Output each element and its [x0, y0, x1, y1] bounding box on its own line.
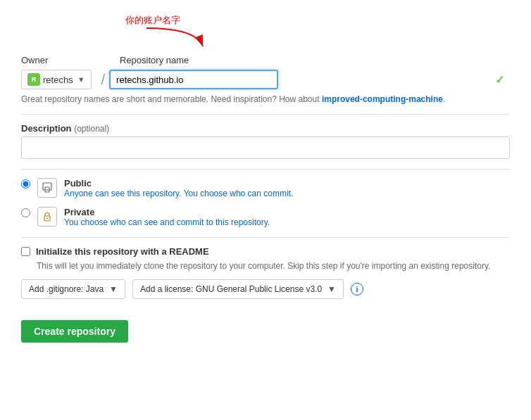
- description-optional: (optional): [74, 124, 109, 134]
- public-desc: Anyone can see this repository. You choo…: [64, 189, 293, 198]
- slash-separator: /: [97, 70, 110, 89]
- create-repository-button[interactable]: Create repository: [21, 320, 128, 343]
- suggestion-link[interactable]: improved-computing-machine: [322, 94, 443, 104]
- valid-check-icon: ✓: [495, 73, 504, 87]
- svg-rect-1: [43, 183, 51, 190]
- private-label[interactable]: Private: [64, 207, 270, 217]
- gitignore-caret: ▼: [109, 284, 118, 294]
- license-caret: ▼: [327, 284, 336, 294]
- divider-2: [21, 169, 510, 170]
- divider-3: [21, 237, 510, 238]
- divider-1: [21, 114, 510, 115]
- owner-label: Owner: [21, 55, 100, 65]
- init-desc: This will let you immediately clone the …: [37, 261, 510, 271]
- dropdown-caret: ▼: [77, 75, 85, 84]
- private-radio[interactable]: [21, 208, 30, 217]
- annotation-text: 你的账户名字: [125, 15, 180, 25]
- init-checkbox[interactable]: [21, 247, 30, 256]
- repo-name-input[interactable]: [109, 70, 278, 89]
- license-label: Add a license: GNU General Public Licens…: [140, 284, 322, 294]
- repo-name-label: Repository name: [120, 55, 510, 65]
- private-icon: [37, 207, 57, 227]
- public-label[interactable]: Public: [64, 178, 293, 189]
- suggestion-text: Great repository names are short and mem…: [21, 94, 510, 104]
- svg-point-4: [46, 218, 48, 219]
- public-icon: [37, 178, 57, 198]
- arrow-icon: [139, 27, 224, 49]
- owner-dropdown[interactable]: R retechs ▼: [21, 70, 92, 89]
- description-input[interactable]: [21, 136, 510, 159]
- gitignore-dropdown[interactable]: Add .gitignore: Java ▼: [21, 279, 125, 299]
- owner-name: retechs: [43, 75, 73, 85]
- license-dropdown[interactable]: Add a license: GNU General Public Licens…: [132, 279, 344, 299]
- owner-avatar: R: [27, 73, 40, 86]
- gitignore-label: Add .gitignore: Java: [29, 284, 104, 294]
- public-radio[interactable]: [21, 179, 30, 189]
- init-label[interactable]: Initialize this repository with a README: [36, 246, 209, 257]
- info-icon[interactable]: i: [351, 283, 363, 295]
- private-desc: You choose who can see and commit to thi…: [64, 217, 270, 227]
- description-label: Description (optional): [21, 123, 510, 134]
